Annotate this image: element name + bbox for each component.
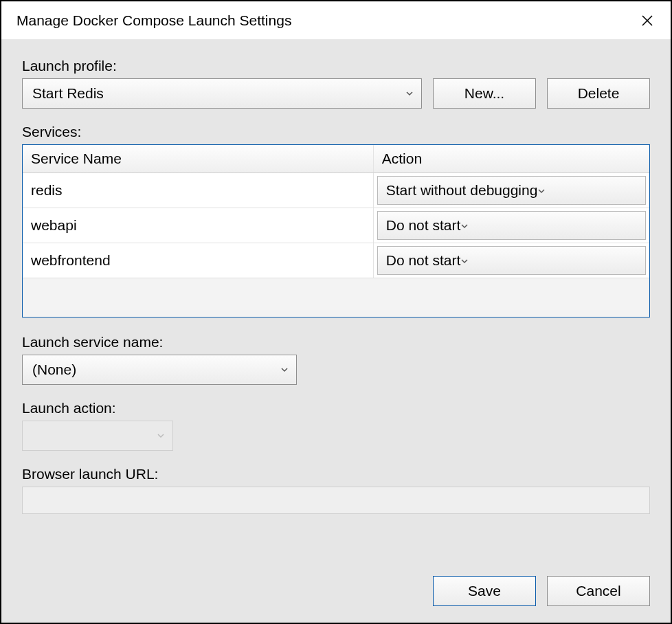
- service-action-dropdown[interactable]: Do not start: [377, 211, 646, 240]
- chevron-down-icon: [460, 252, 469, 269]
- chevron-down-icon: [537, 182, 546, 199]
- launch-profile-label: Launch profile:: [22, 58, 650, 74]
- chevron-down-icon: [460, 217, 469, 234]
- services-label: Services:: [22, 124, 650, 140]
- dialog-title: Manage Docker Compose Launch Settings: [16, 12, 291, 29]
- browser-launch-url-input[interactable]: [22, 487, 650, 514]
- close-button[interactable]: [636, 10, 658, 32]
- save-button[interactable]: Save: [433, 576, 536, 606]
- title-bar: Manage Docker Compose Launch Settings: [1, 1, 671, 40]
- service-name-cell: webapi: [23, 208, 374, 243]
- launch-profile-row: Start Redis New... Delete: [22, 78, 650, 109]
- table-row: webapi Do not start: [23, 208, 649, 243]
- service-action-cell: Do not start: [374, 243, 649, 278]
- new-profile-button[interactable]: New...: [433, 78, 536, 109]
- col-action[interactable]: Action: [374, 145, 649, 172]
- launch-service-name-label: Launch service name:: [22, 334, 650, 350]
- dialog-content: Launch profile: Start Redis New... Delet…: [1, 40, 671, 623]
- dialog-footer: Save Cancel: [433, 576, 650, 606]
- service-name-cell: redis: [23, 173, 374, 208]
- close-icon: [641, 14, 653, 27]
- services-table-header: Service Name Action: [23, 145, 649, 173]
- service-name-cell: webfrontend: [23, 243, 374, 278]
- col-service-name[interactable]: Service Name: [23, 145, 374, 172]
- browser-launch-url-label: Browser launch URL:: [22, 466, 650, 482]
- chevron-down-icon: [156, 431, 166, 441]
- chevron-down-icon: [405, 89, 414, 98]
- service-action-value: Start without debugging: [386, 182, 538, 199]
- table-row: webfrontend Do not start: [23, 243, 649, 278]
- delete-profile-button[interactable]: Delete: [547, 78, 650, 109]
- cancel-button[interactable]: Cancel: [547, 576, 650, 606]
- service-action-cell: Start without debugging: [374, 173, 649, 208]
- launch-service-name-dropdown[interactable]: (None): [22, 355, 297, 385]
- service-action-cell: Do not start: [374, 208, 649, 243]
- services-table: Service Name Action redis Start without …: [22, 144, 650, 317]
- service-action-dropdown[interactable]: Start without debugging: [377, 176, 646, 205]
- service-action-value: Do not start: [386, 252, 461, 269]
- launch-action-dropdown: [22, 421, 173, 451]
- chevron-down-icon: [280, 365, 289, 375]
- service-action-value: Do not start: [386, 217, 461, 234]
- launch-profile-dropdown[interactable]: Start Redis: [22, 78, 422, 109]
- launch-profile-value: Start Redis: [32, 85, 104, 102]
- table-row: redis Start without debugging: [23, 173, 649, 208]
- service-action-dropdown[interactable]: Do not start: [377, 246, 646, 275]
- launch-action-label: Launch action:: [22, 400, 650, 416]
- launch-service-name-value: (None): [32, 361, 76, 378]
